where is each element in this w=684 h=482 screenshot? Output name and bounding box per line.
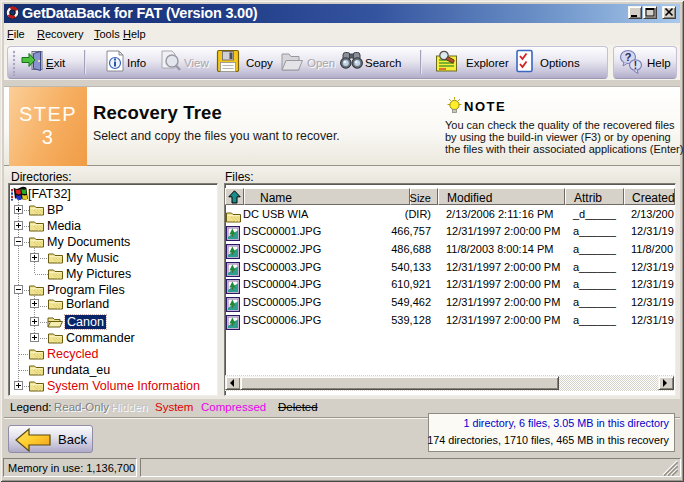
svg-text:!: ! <box>634 60 637 71</box>
